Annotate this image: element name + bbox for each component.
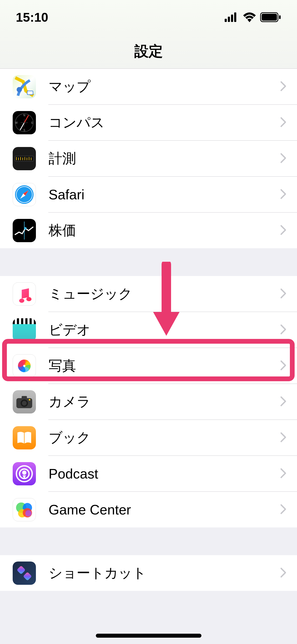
row-label: Safari [49, 187, 280, 203]
row-label: 計測 [49, 149, 280, 168]
row-maps[interactable]: マップ [0, 69, 297, 104]
camera-icon [13, 390, 36, 413]
svg-text:W: W [15, 121, 18, 124]
svg-rect-5 [262, 14, 277, 21]
row-shortcuts[interactable]: ショートカット [0, 555, 297, 591]
row-label: ミュージック [49, 285, 280, 303]
row-compass[interactable]: NSWE コンパス [0, 105, 297, 140]
chevron-right-icon [280, 117, 297, 128]
svg-point-29 [24, 227, 27, 230]
svg-rect-53 [23, 572, 32, 581]
svg-point-42 [29, 399, 30, 401]
photos-icon [13, 354, 36, 378]
svg-rect-39 [22, 396, 27, 399]
row-gamecenter[interactable]: Game Center [0, 492, 297, 527]
maps-icon [13, 75, 36, 98]
chevron-right-icon [280, 360, 297, 372]
chevron-right-icon [280, 432, 297, 444]
row-stocks[interactable]: 株価 [0, 213, 297, 248]
nav-title: 設定 [134, 42, 163, 61]
svg-point-7 [17, 87, 22, 92]
svg-rect-1 [228, 17, 230, 22]
row-measure[interactable]: 計測 [0, 141, 297, 176]
safari-icon [13, 183, 36, 206]
svg-rect-6 [279, 15, 281, 19]
books-icon [13, 426, 36, 449]
row-label: マップ [49, 77, 280, 96]
status-bar: 15:10 [0, 0, 297, 34]
status-icons [225, 12, 281, 22]
settings-section-3: ショートカット [0, 555, 297, 591]
settings-section-2: ミュージック ビデオ 写真 カメラ ブック Podcast [0, 276, 297, 527]
row-photos[interactable]: 写真 [0, 348, 297, 384]
chevron-right-icon [280, 189, 297, 200]
row-video[interactable]: ビデオ [0, 312, 297, 348]
podcast-icon [13, 462, 36, 485]
row-books[interactable]: ブック [0, 420, 297, 456]
stocks-icon [13, 219, 36, 242]
chevron-right-icon [280, 153, 297, 164]
row-safari[interactable]: Safari [0, 177, 297, 212]
svg-rect-52 [17, 565, 26, 574]
row-label: ブック [49, 429, 280, 447]
row-label: 写真 [49, 357, 280, 375]
svg-rect-2 [231, 15, 233, 22]
music-icon [13, 282, 36, 306]
chevron-right-icon [280, 504, 297, 516]
svg-rect-3 [234, 12, 236, 22]
row-music[interactable]: ミュージック [0, 276, 297, 312]
row-label: ビデオ [49, 321, 280, 339]
chevron-right-icon [280, 396, 297, 408]
nav-bar: 設定 [0, 34, 297, 69]
wifi-icon [243, 12, 256, 22]
cellular-icon [225, 12, 239, 22]
row-label: カメラ [49, 393, 280, 411]
svg-text:S: S [23, 129, 25, 132]
svg-rect-8 [27, 91, 33, 95]
chevron-right-icon [280, 225, 297, 236]
row-label: Podcast [49, 466, 280, 482]
settings-section-1: マップ NSWE コンパス 計測 Safari 株価 [0, 69, 297, 248]
home-indicator[interactable] [96, 634, 201, 638]
row-podcast[interactable]: Podcast [0, 456, 297, 491]
battery-icon [260, 12, 281, 22]
chevron-right-icon [280, 288, 297, 300]
measure-icon [13, 147, 36, 170]
svg-point-46 [22, 471, 26, 475]
row-label: 株価 [49, 221, 280, 240]
svg-text:E: E [31, 121, 33, 124]
row-label: ショートカット [49, 564, 280, 582]
svg-text:N: N [23, 114, 25, 117]
svg-point-41 [22, 401, 27, 406]
chevron-right-icon [280, 324, 297, 336]
compass-icon: NSWE [13, 111, 36, 134]
row-label: Game Center [49, 502, 280, 518]
status-time: 15:10 [16, 10, 48, 25]
gamecenter-icon [13, 498, 36, 521]
row-label: コンパス [49, 113, 280, 132]
row-camera[interactable]: カメラ [0, 384, 297, 420]
shortcuts-icon [13, 562, 36, 585]
video-icon [13, 318, 36, 342]
chevron-right-icon [280, 567, 297, 579]
chevron-right-icon [280, 81, 297, 93]
svg-rect-0 [225, 19, 227, 22]
svg-point-51 [25, 510, 31, 516]
chevron-right-icon [280, 468, 297, 480]
